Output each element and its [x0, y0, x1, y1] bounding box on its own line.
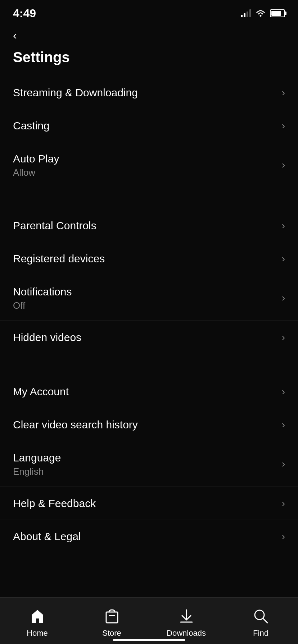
- section-gap-1: [0, 198, 298, 209]
- battery-icon: [270, 9, 285, 17]
- settings-item-hidden-videos[interactable]: Hidden videos ›: [0, 321, 298, 354]
- settings-item-clear-video-search-history[interactable]: Clear video search history ›: [0, 408, 298, 441]
- chevron-right-icon: ›: [282, 498, 285, 509]
- status-icons: [241, 9, 285, 17]
- settings-item-registered-devices[interactable]: Registered devices ›: [0, 242, 298, 275]
- chevron-right-icon: ›: [282, 87, 285, 98]
- hidden-videos-title: Hidden videos: [13, 330, 276, 344]
- signal-icon: [241, 9, 251, 17]
- section-gap-2: [0, 364, 298, 375]
- status-bar: 4:49: [0, 0, 298, 22]
- settings-item-auto-play[interactable]: Auto Play Allow ›: [0, 142, 298, 188]
- downloads-label: Downloads: [167, 629, 206, 638]
- settings-item-help-feedback[interactable]: Help & Feedback ›: [0, 487, 298, 520]
- svg-rect-1: [106, 612, 118, 623]
- settings-section-1: Streaming & Downloading › Casting › Auto…: [0, 76, 298, 188]
- chevron-right-icon: ›: [282, 458, 285, 470]
- casting-title: Casting: [13, 119, 276, 133]
- store-label: Store: [102, 629, 121, 638]
- my-account-title: My Account: [13, 385, 276, 399]
- chevron-right-icon: ›: [282, 292, 285, 304]
- language-subtitle: English: [13, 466, 276, 477]
- chevron-right-icon: ›: [282, 159, 285, 171]
- notifications-subtitle: Off: [13, 300, 276, 311]
- chevron-right-icon: ›: [282, 531, 285, 542]
- find-icon: [252, 607, 270, 626]
- streaming-downloading-title: Streaming & Downloading: [13, 86, 276, 100]
- downloads-icon: [177, 607, 196, 626]
- back-chevron: ‹: [13, 29, 17, 42]
- nav-item-store[interactable]: Store: [74, 607, 149, 638]
- wifi-icon: [256, 10, 266, 17]
- clear-video-search-history-title: Clear video search history: [13, 418, 276, 432]
- auto-play-title: Auto Play: [13, 152, 276, 166]
- nav-item-downloads[interactable]: Downloads: [149, 607, 224, 638]
- registered-devices-title: Registered devices: [13, 252, 276, 266]
- home-label: Home: [27, 629, 48, 638]
- settings-item-notifications[interactable]: Notifications Off ›: [0, 275, 298, 321]
- parental-controls-title: Parental Controls: [13, 218, 276, 233]
- settings-item-casting[interactable]: Casting ›: [0, 109, 298, 142]
- page-title: Settings: [0, 46, 298, 76]
- nav-item-find[interactable]: Find: [224, 607, 298, 638]
- home-icon: [28, 607, 47, 626]
- auto-play-subtitle: Allow: [13, 167, 276, 178]
- settings-item-about-legal[interactable]: About & Legal ›: [0, 520, 298, 553]
- back-button[interactable]: ‹: [0, 22, 298, 46]
- home-indicator: [113, 639, 185, 641]
- chevron-right-icon: ›: [282, 419, 285, 431]
- chevron-right-icon: ›: [282, 332, 285, 343]
- find-label: Find: [253, 629, 268, 638]
- chevron-right-icon: ›: [282, 253, 285, 264]
- nav-item-home[interactable]: Home: [0, 607, 74, 638]
- settings-item-language[interactable]: Language English ›: [0, 441, 298, 487]
- settings-item-parental-controls[interactable]: Parental Controls ›: [0, 209, 298, 242]
- chevron-right-icon: ›: [282, 220, 285, 231]
- svg-point-0: [260, 15, 262, 17]
- notifications-title: Notifications: [13, 285, 276, 299]
- store-icon: [103, 607, 121, 626]
- settings-item-my-account[interactable]: My Account ›: [0, 375, 298, 408]
- about-legal-title: About & Legal: [13, 529, 276, 543]
- language-title: Language: [13, 451, 276, 465]
- bottom-nav: Home Store Downloads Find: [0, 597, 298, 644]
- status-time: 4:49: [13, 7, 36, 20]
- settings-section-2: Parental Controls › Registered devices ›…: [0, 209, 298, 354]
- chevron-right-icon: ›: [282, 386, 285, 397]
- settings-item-streaming-downloading[interactable]: Streaming & Downloading ›: [0, 76, 298, 109]
- chevron-right-icon: ›: [282, 120, 285, 132]
- settings-section-3: My Account › Clear video search history …: [0, 375, 298, 553]
- help-feedback-title: Help & Feedback: [13, 496, 276, 510]
